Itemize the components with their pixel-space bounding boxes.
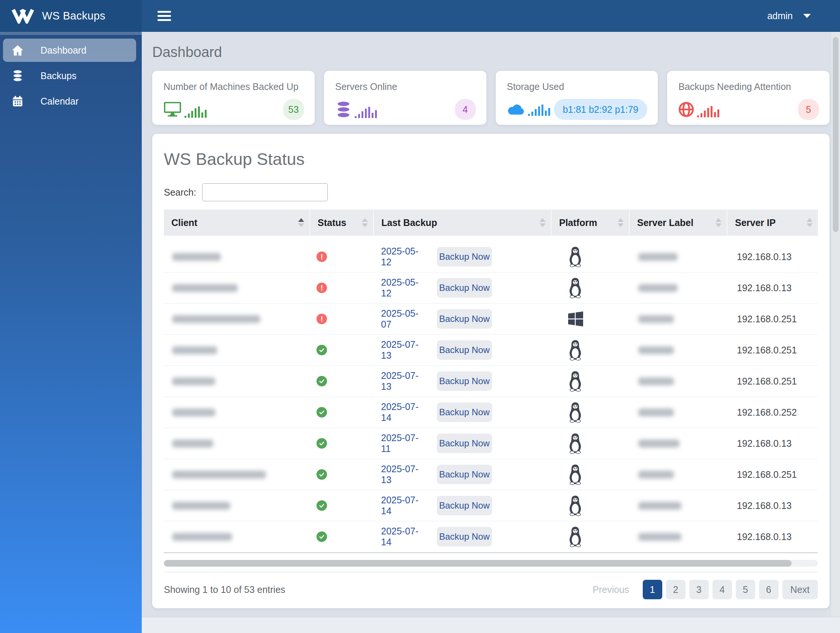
page-title: Dashboard xyxy=(152,44,831,60)
vertical-scrollbar-thumb[interactable] xyxy=(833,37,838,232)
server-ip-value: 192.168.0.13 xyxy=(737,531,792,542)
redacted-server-label xyxy=(638,439,679,447)
pagination-page-4[interactable]: 4 xyxy=(712,580,732,599)
last-backup-date: 2025-07-13 xyxy=(381,339,427,361)
backup-now-button[interactable]: Backup Now xyxy=(437,527,492,546)
server-label-cell xyxy=(629,315,727,323)
server-label-cell xyxy=(629,439,727,447)
redacted-server-label xyxy=(638,471,674,479)
backup-now-button[interactable]: Backup Now xyxy=(437,340,492,360)
backup-now-button[interactable]: Backup Now xyxy=(437,309,492,329)
client-cell xyxy=(164,408,309,416)
database-icon xyxy=(335,101,352,118)
column-header-platform[interactable]: Platform xyxy=(551,209,629,236)
status-icon: ! xyxy=(316,345,327,355)
backup-now-button[interactable]: Backup Now xyxy=(437,403,492,422)
backup-now-button[interactable]: Backup Now xyxy=(437,434,492,453)
status-cell: ! xyxy=(309,345,373,355)
backup-now-button[interactable]: Backup Now xyxy=(437,465,492,484)
server-ip-cell: 192.168.0.13 xyxy=(727,500,818,511)
panel-title: WS Backup Status xyxy=(164,134,818,169)
status-icon: ! xyxy=(316,314,327,324)
card-badge: 4 xyxy=(455,99,476,120)
sort-icon xyxy=(362,218,368,227)
horizontal-scrollbar-thumb[interactable] xyxy=(164,560,792,567)
server-ip-value: 192.168.0.13 xyxy=(737,283,792,293)
user-dropdown[interactable]: admin xyxy=(767,11,811,21)
sidebar-item-dashboard[interactable]: Dashboard xyxy=(3,39,136,62)
pagination-page-3[interactable]: 3 xyxy=(689,580,709,599)
column-header-client[interactable]: Client xyxy=(164,209,309,236)
table-row: ! 2025-05-12 Backup Now xyxy=(164,241,818,272)
card-title: Servers Online xyxy=(335,81,476,92)
redacted-client-name xyxy=(172,253,221,261)
server-ip-cell: 192.168.0.251 xyxy=(727,376,818,387)
bar-chart-icon xyxy=(697,106,720,117)
table-row: ! 2025-05-12 Backup Now xyxy=(164,272,818,304)
backup-table: Client Status Last Backup Platform Serve… xyxy=(164,209,818,553)
pagination-page-6[interactable]: 6 xyxy=(759,580,778,599)
linux-penguin-icon xyxy=(567,246,584,267)
table-header-row: Client Status Last Backup Platform Serve… xyxy=(164,209,818,236)
status-cell: ! xyxy=(309,407,373,417)
card-badge: 5 xyxy=(798,99,819,120)
column-header-last-backup[interactable]: Last Backup xyxy=(373,209,551,236)
redacted-server-label xyxy=(638,315,674,323)
pagination-previous[interactable]: Previous xyxy=(583,584,639,595)
backup-now-button[interactable]: Backup Now xyxy=(437,278,492,298)
server-label-cell xyxy=(629,502,727,510)
backup-now-button[interactable]: Backup Now xyxy=(437,372,492,391)
server-ip-value: 192.168.0.251 xyxy=(737,314,797,324)
platform-cell xyxy=(551,526,629,547)
last-backup-date: 2025-07-14 xyxy=(381,495,427,516)
redacted-client-name xyxy=(172,502,230,510)
last-backup-date: 2025-07-13 xyxy=(381,464,427,485)
pagination-page-1[interactable]: 1 xyxy=(643,580,662,599)
sidebar-item-calendar[interactable]: Calendar xyxy=(3,90,136,113)
last-backup-date: 2025-05-07 xyxy=(381,308,427,330)
sidebar-item-label: Backups xyxy=(41,71,76,81)
chevron-down-icon xyxy=(803,14,811,18)
client-cell xyxy=(164,533,309,541)
pagination-page-5[interactable]: 5 xyxy=(736,580,755,599)
table-body: ! 2025-05-12 Backup Now xyxy=(164,241,818,553)
pagination-page-2[interactable]: 2 xyxy=(666,580,685,599)
sort-icon xyxy=(540,218,546,227)
sidebar-item-backups[interactable]: Backups xyxy=(3,64,136,87)
linux-penguin-icon xyxy=(567,495,584,516)
platform-cell xyxy=(551,464,629,485)
brand-title: WS Backups xyxy=(42,10,105,22)
redacted-client-name xyxy=(172,533,232,541)
server-ip-cell: 192.168.0.251 xyxy=(727,314,818,324)
backup-now-button[interactable]: Backup Now xyxy=(437,247,492,266)
status-icon: ! xyxy=(316,376,327,386)
calendar-icon xyxy=(11,96,24,107)
platform-cell xyxy=(551,371,629,392)
server-ip-value: 192.168.0.252 xyxy=(737,407,797,418)
check-icon xyxy=(318,409,325,416)
search-label: Search: xyxy=(164,187,196,198)
search-input[interactable] xyxy=(202,183,328,201)
backup-now-button[interactable]: Backup Now xyxy=(437,496,492,515)
server-label-cell xyxy=(629,533,727,541)
pagination-next[interactable]: Next xyxy=(782,580,818,599)
status-cell: ! xyxy=(309,469,373,480)
column-header-status[interactable]: Status xyxy=(309,209,373,236)
sort-icon xyxy=(807,218,813,227)
redacted-client-name xyxy=(172,377,215,385)
platform-cell xyxy=(551,495,629,516)
client-cell xyxy=(164,377,309,385)
last-backup-cell: 2025-07-14 Backup Now xyxy=(373,402,551,423)
card-title: Number of Machines Backed Up xyxy=(164,81,304,92)
status-cell: ! xyxy=(309,438,373,449)
navbar-main: admin xyxy=(142,0,840,32)
sidebar-item-label: Dashboard xyxy=(41,45,86,56)
hamburger-menu-icon[interactable] xyxy=(158,11,171,21)
horizontal-scrollbar xyxy=(164,560,818,567)
last-backup-date: 2025-07-13 xyxy=(381,370,427,392)
last-backup-date: 2025-07-14 xyxy=(381,402,427,423)
column-header-server-label[interactable]: Server Label xyxy=(629,209,727,236)
brand-area[interactable]: WS Backups xyxy=(0,0,142,32)
sidebar-item-label: Calendar xyxy=(41,96,78,107)
column-header-server-ip[interactable]: Server IP xyxy=(727,209,818,236)
